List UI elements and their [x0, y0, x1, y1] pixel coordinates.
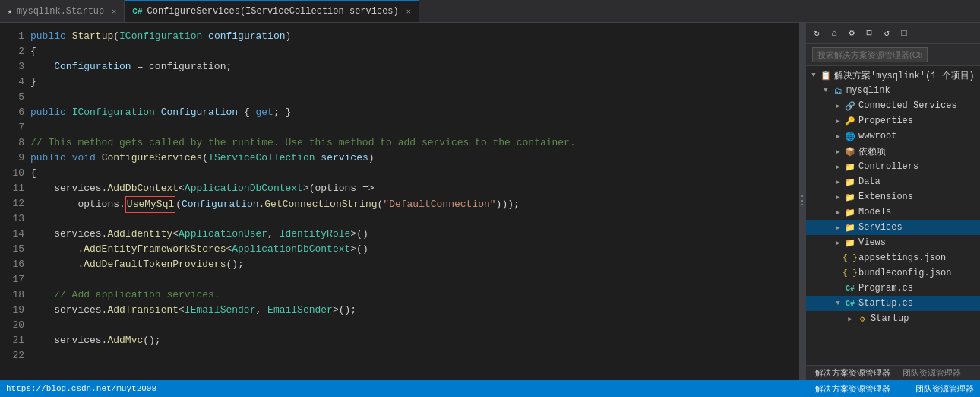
refresh-button[interactable]: ↺	[879, 26, 894, 41]
startup-class-icon: ⚙	[856, 314, 868, 324]
code-line-7	[30, 120, 793, 135]
team-status-tab[interactable]: 团队资源管理器	[915, 385, 974, 394]
models-folder-icon: 📁	[844, 208, 856, 218]
bundleconfig-icon: { }	[844, 268, 856, 278]
startupcs-label: Startup.cs	[858, 298, 913, 309]
tree-item-appsettings[interactable]: { } appsettings.json	[806, 250, 980, 265]
connected-services-label: Connected Services	[858, 100, 957, 111]
tree-item-services[interactable]: ▶ 📁 Services	[806, 220, 980, 235]
main-area: 12345 678910 1112131415 1617181920 2122 …	[0, 23, 980, 380]
project-icon: 🗂	[832, 86, 844, 96]
extensions-label: Extensions	[858, 192, 913, 202]
status-bar: https://blog.csdn.net/muyt2008 解决方案资源管理器…	[0, 380, 980, 397]
minimap	[793, 29, 799, 374]
status-panel-tabs: 解决方案资源管理器 | 团队资源管理器	[815, 385, 974, 394]
tab-configure[interactable]: C# ConfigureServices(IServiceCollection …	[125, 0, 419, 22]
project-label: mysqlink	[846, 85, 890, 96]
solution-search-input[interactable]	[812, 47, 928, 62]
wwwroot-icon: 🌐	[844, 132, 856, 141]
arrow-data: ▶	[832, 178, 844, 186]
code-editor[interactable]: 12345 678910 1112131415 1617181920 2122 …	[0, 23, 799, 380]
properties-label: Properties	[858, 116, 913, 126]
solution-icon: 📋	[820, 71, 832, 81]
tree-item-programcs[interactable]: C# Program.cs	[806, 281, 980, 296]
arrow-startup-class: ▶	[844, 315, 856, 323]
tree-item-deps[interactable]: ▶ 📦 依赖项	[806, 144, 980, 159]
home-button[interactable]: ⌂	[827, 26, 842, 41]
line-numbers: 12345 678910 1112131415 1617181920 2122	[0, 29, 30, 374]
tree-item-views[interactable]: ▶ 📁 Views	[806, 235, 980, 250]
bundleconfig-label: bundleconfig.json	[858, 268, 951, 278]
tree-item-properties[interactable]: ▶ 🔑 Properties	[806, 113, 980, 129]
arrow-properties: ▶	[832, 117, 844, 125]
sync-button[interactable]: ↻	[809, 26, 824, 41]
solution-explorer-tab[interactable]: 解决方案资源管理器	[809, 366, 896, 380]
tree-item-data[interactable]: ▶ 📁 Data	[806, 174, 980, 189]
solution-explorer-panel: ↻ ⌂ ⚙ ⊟ ↺ □ ▼ 📋 解决方案'mysqlink'(1 个项目) ▼ …	[805, 23, 980, 380]
tree-item-extensions[interactable]: ▶ 📁 Extensions	[806, 189, 980, 205]
arrow-project: ▼	[820, 87, 832, 94]
code-line-15: .AddEntityFrameworkStores<ApplicationDbC…	[30, 242, 793, 257]
code-line-8: // This method gets called by the runtim…	[30, 135, 793, 151]
panel-toolbar: ↻ ⌂ ⚙ ⊟ ↺ □	[806, 23, 980, 44]
panel-resizer[interactable]: ⋮	[799, 23, 805, 380]
services-label: Services	[858, 222, 903, 233]
code-line-4: }	[30, 75, 793, 90]
tree-item-bundleconfig[interactable]: { } bundleconfig.json	[806, 265, 980, 281]
code-line-9: public void ConfigureServices(IServiceCo…	[30, 151, 793, 166]
code-line-11: services.AddDbContext<ApplicationDbConte…	[30, 181, 793, 196]
tab-close-1[interactable]: ✕	[112, 7, 116, 16]
connected-icon: 🔗	[844, 101, 856, 111]
tree-item-models[interactable]: ▶ 📁 Models	[806, 205, 980, 220]
arrow-solution: ▼	[808, 71, 820, 79]
tab-close-2[interactable]: ✕	[406, 7, 411, 16]
wwwroot-label: wwwroot	[858, 131, 896, 141]
star-icon: ★	[8, 7, 12, 16]
appsettings-icon: { }	[844, 253, 856, 262]
tree-item-solution[interactable]: ▼ 📋 解决方案'mysqlink'(1 个项目)	[806, 68, 980, 83]
tree-item-connected-services[interactable]: ▶ 🔗 Connected Services	[806, 98, 980, 113]
code-line-17	[30, 272, 793, 287]
arrow-controllers: ▶	[832, 163, 844, 171]
tab-bar: ★ mysqlink.Startup ✕ C# ConfigureService…	[0, 0, 980, 23]
cs-icon: C#	[132, 7, 142, 16]
tree-item-controllers[interactable]: ▶ 📁 Controllers	[806, 159, 980, 174]
settings-button[interactable]: ⚙	[844, 26, 859, 41]
appsettings-label: appsettings.json	[858, 252, 946, 263]
arrow-extensions: ▶	[832, 193, 844, 202]
deps-label: 依赖项	[858, 145, 886, 158]
code-content: public Startup(IConfiguration configurat…	[30, 29, 793, 374]
solution-label: 解决方案'mysqlink'(1 个项目)	[834, 69, 975, 82]
code-line-3: Configuration = configuration;	[30, 59, 793, 75]
tree-item-project[interactable]: ▼ 🗂 mysqlink	[806, 83, 980, 98]
code-line-16: .AddDefaultTokenProviders();	[30, 257, 793, 272]
tree-item-wwwroot[interactable]: ▶ 🌐 wwwroot	[806, 129, 980, 144]
solution-status-tab[interactable]: 解决方案资源管理器	[815, 385, 890, 394]
tree-item-startupcs[interactable]: ▼ C# Startup.cs	[806, 296, 980, 311]
status-url: https://blog.csdn.net/muyt2008	[6, 384, 156, 393]
code-line-19: services.AddTransient<IEmailSender, Emai…	[30, 303, 793, 318]
tree-item-startup-class[interactable]: ▶ ⚙ Startup	[806, 311, 980, 326]
search-box-title	[806, 44, 980, 66]
new-solution-button[interactable]: □	[896, 26, 912, 41]
status-right: 解决方案资源管理器 | 团队资源管理器	[815, 383, 974, 395]
arrow-models: ▶	[832, 208, 844, 217]
code-line-1: public Startup(IConfiguration configurat…	[30, 29, 793, 44]
panel-bottom-tabs: 解决方案资源管理器 团队资源管理器	[806, 365, 980, 380]
filter-button[interactable]: ⊟	[861, 26, 877, 41]
data-label: Data	[858, 176, 880, 187]
team-explorer-tab[interactable]: 团队资源管理器	[896, 366, 967, 380]
controllers-folder-icon: 📁	[844, 162, 856, 172]
code-line-18: // Add application services.	[30, 287, 793, 303]
code-line-13	[30, 211, 793, 227]
arrow-services: ▶	[832, 224, 844, 232]
arrow-startupcs: ▼	[832, 300, 844, 307]
services-folder-icon: 📁	[844, 223, 856, 233]
code-line-14: services.AddIdentity<ApplicationUser, Id…	[30, 227, 793, 242]
code-line-2: {	[30, 44, 793, 59]
code-line-5	[30, 90, 793, 105]
arrow-wwwroot: ▶	[832, 132, 844, 141]
arrow-connected: ▶	[832, 102, 844, 110]
code-line-6: public IConfiguration Configuration { ge…	[30, 105, 793, 120]
tab-startup[interactable]: ★ mysqlink.Startup ✕	[0, 0, 125, 22]
